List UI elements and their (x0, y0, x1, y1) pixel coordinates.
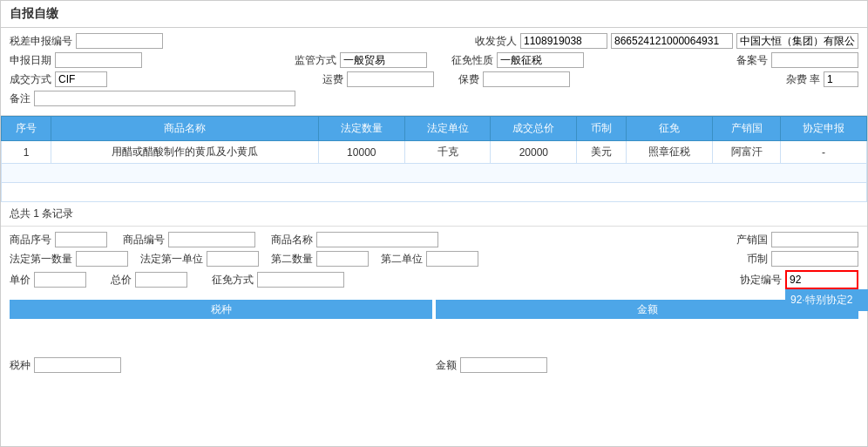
input-trade-code[interactable] (611, 33, 733, 49)
input-second-unit[interactable] (426, 251, 478, 267)
header-form: 税差申报编号 收发货人 申报日期 监管方式 征免性质 备案号 成交方式 (1, 28, 867, 116)
label-second-qty: 第二数量 (271, 252, 313, 267)
cell-levy: 照章征税 (627, 141, 713, 164)
input-unit-price[interactable] (34, 272, 86, 288)
input-origin-country[interactable] (771, 232, 858, 247)
input-company[interactable] (736, 33, 858, 49)
records-count: 总共 1 条记录 (1, 202, 867, 226)
label-goods-name: 商品名称 (271, 233, 313, 247)
page-title: 自报自缴 (1, 1, 867, 28)
table-row[interactable]: 1 用醋或醋酸制作的黄瓜及小黄瓜 10000 千克 20000 美元 照章征税 … (2, 141, 867, 164)
label-freight: 运费 (322, 72, 343, 87)
label-legal-qty1: 法定第一数量 (10, 252, 72, 267)
label-protocol-code: 协定编号 (740, 273, 782, 288)
label-second-unit: 第二单位 (381, 252, 423, 267)
table-header-row: 序号 商品名称 法定数量 法定单位 成交总价 币制 征免 产销国 协定申报 (2, 117, 867, 141)
edit-row-1: 商品序号 商品编号 商品名称 产销国 (10, 232, 858, 247)
label-legal-unit1: 法定第一单位 (140, 252, 203, 267)
input-record-no[interactable] (771, 52, 858, 68)
cell-name: 用醋或醋酸制作的黄瓜及小黄瓜 (51, 141, 319, 164)
form-row-4: 备注 (10, 91, 858, 106)
protocol-code-input[interactable] (787, 272, 857, 288)
empty-row-2 (2, 183, 867, 202)
form-row-3: 成交方式 运费 保费 杂费 率 (10, 71, 858, 87)
col-total-price: 成交总价 (491, 117, 577, 141)
label-tax-report-no: 税差申报编号 (10, 34, 72, 49)
empty-space (1, 319, 867, 354)
edit-section: 商品序号 商品编号 商品名称 产销国 法定第一数量 法定第一单位 第二数量 第二… (1, 226, 867, 298)
input-goods-name[interactable] (316, 232, 438, 247)
input-tax-type-bottom[interactable] (34, 357, 121, 373)
label-origin-country: 产销国 (736, 233, 768, 247)
col-unit: 法定单位 (404, 117, 491, 141)
input-second-qty[interactable] (316, 251, 369, 267)
empty-row-1 (2, 164, 867, 183)
label-record-no: 备案号 (736, 53, 768, 68)
input-levy-method[interactable] (257, 272, 344, 288)
col-levy: 征免 (627, 117, 713, 141)
label-total-price: 总价 (111, 273, 132, 288)
form-row-2: 申报日期 监管方式 征免性质 备案号 (10, 52, 858, 68)
col-currency: 币制 (577, 117, 627, 141)
cell-total-price: 20000 (491, 141, 577, 164)
label-misc-tax: 杂费 率 (786, 72, 820, 87)
label-remarks: 备注 (10, 91, 31, 106)
input-levy-type[interactable] (497, 52, 584, 68)
bottom-tax-row: 税种 金额 (1, 354, 867, 376)
col-protocol: 协定申报 (781, 117, 867, 141)
input-legal-unit1[interactable] (207, 251, 259, 267)
input-total-price[interactable] (135, 272, 187, 288)
input-tax-report-no[interactable] (76, 33, 163, 49)
label-levy-method: 征免方式 (212, 273, 254, 288)
input-goods-seq[interactable] (55, 232, 107, 247)
input-supervision[interactable] (340, 52, 427, 68)
main-container: 自报自缴 税差申报编号 收发货人 申报日期 监管方式 征免性质 备案号 (0, 0, 868, 447)
dropdown-item-92[interactable]: 92·特别协定2 (785, 289, 868, 311)
input-insurance[interactable] (483, 71, 570, 87)
col-country: 产销国 (713, 117, 781, 141)
protocol-code-dropdown[interactable]: 92·特别协定2 (785, 270, 858, 289)
cell-country: 阿富汗 (713, 141, 781, 164)
input-currency[interactable] (771, 251, 858, 267)
label-amount-bottom: 金额 (436, 358, 457, 373)
input-report-date[interactable] (55, 52, 142, 68)
label-tax-type-bottom: 税种 (10, 358, 31, 373)
col-name: 商品名称 (51, 117, 319, 141)
dropdown-list: 92·特别协定2 (785, 289, 868, 311)
label-consignee: 收发货人 (475, 34, 517, 49)
label-report-date: 申报日期 (10, 53, 51, 68)
tax-type-bar: 税种 (10, 300, 432, 319)
cell-seq: 1 (2, 141, 51, 164)
blue-bars-row: 税种 金额 (1, 300, 867, 319)
input-freight[interactable] (347, 71, 434, 87)
cell-qty: 10000 (318, 141, 404, 164)
input-legal-qty1[interactable] (76, 251, 128, 267)
cell-unit: 千克 (404, 141, 491, 164)
cell-currency: 美元 (577, 141, 627, 164)
input-goods-code[interactable] (168, 232, 255, 247)
edit-row-2: 法定第一数量 法定第一单位 第二数量 第二单位 币制 (10, 251, 858, 267)
input-amount-bottom[interactable] (460, 357, 547, 373)
label-currency: 币制 (747, 252, 768, 267)
input-trade-method[interactable] (55, 71, 107, 87)
table-section: 序号 商品名称 法定数量 法定单位 成交总价 币制 征免 产销国 协定申报 1 … (1, 116, 867, 202)
col-seq: 序号 (2, 117, 51, 141)
label-unit-price: 单价 (10, 273, 31, 288)
input-misc-tax[interactable] (824, 71, 858, 87)
col-qty: 法定数量 (318, 117, 404, 141)
input-remarks[interactable] (34, 91, 295, 106)
label-levy-type: 征免性质 (451, 53, 493, 68)
label-supervision: 监管方式 (295, 53, 336, 68)
label-goods-seq: 商品序号 (10, 233, 51, 247)
input-consignee[interactable] (520, 33, 607, 49)
label-trade-method: 成交方式 (10, 72, 51, 87)
label-goods-code: 商品编号 (123, 233, 165, 247)
form-row-1: 税差申报编号 收发货人 (10, 33, 858, 49)
cell-protocol: - (781, 141, 867, 164)
edit-row-3: 单价 总价 征免方式 协定编号 92·特别协定2 (10, 270, 858, 289)
label-insurance: 保费 (458, 72, 479, 87)
goods-table: 序号 商品名称 法定数量 法定单位 成交总价 币制 征免 产销国 协定申报 1 … (1, 116, 867, 202)
